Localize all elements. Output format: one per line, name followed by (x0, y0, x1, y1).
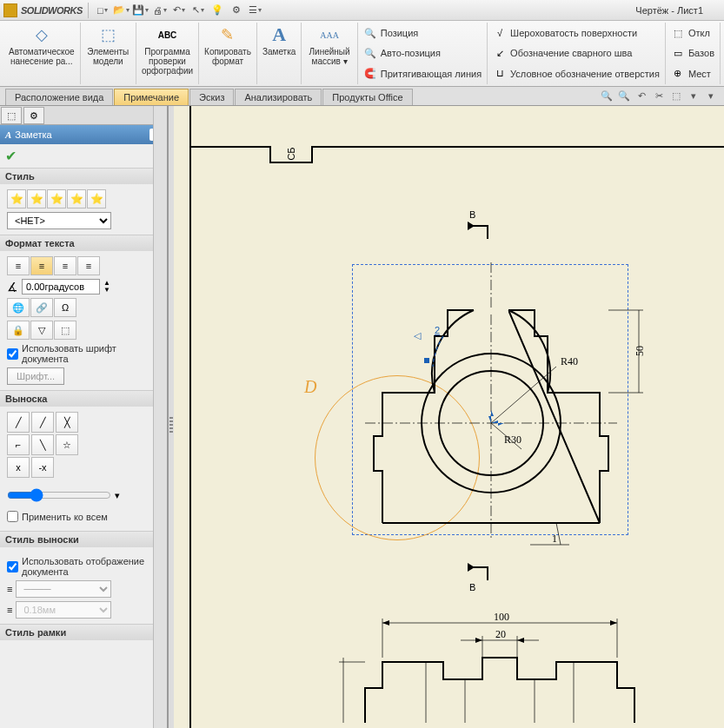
undo-button[interactable]: ↶▾ (170, 2, 188, 19)
panel-scrollbar[interactable] (153, 106, 167, 728)
ribbon-col-symbols: √Шероховатость поверхности ↙Обозначение … (488, 23, 666, 84)
angle-icon: ∡ (7, 280, 18, 294)
flag-button[interactable]: ▽ (30, 321, 53, 340)
fit-text-button[interactable]: 🌐 (7, 298, 30, 317)
copy-format-button[interactable]: ✎ Копировать формат (199, 23, 257, 84)
leader-3[interactable]: ╳ (56, 412, 78, 433)
position-button[interactable]: 🔍Позиция (362, 24, 483, 42)
save-button[interactable]: 💾▾ (132, 2, 149, 19)
style-fav-4[interactable]: ⭐ (67, 189, 86, 208)
svg-text:50: 50 (634, 346, 646, 356)
view-orient-icon[interactable]: ▾ (703, 88, 719, 103)
style-fav-1[interactable]: ⭐ (7, 189, 26, 208)
ribbon-col-position: 🔍Позиция 🔍Авто-позиция 🧲Притягивающая ли… (358, 23, 488, 84)
tab-view-layout[interactable]: Расположение вида (5, 89, 113, 105)
print-button[interactable]: 🖨▾ (151, 2, 169, 19)
model-items-button[interactable]: ⬚ Элементы модели (81, 23, 136, 84)
tab-analyze[interactable]: Анализировать (235, 89, 322, 105)
balloon-anchor[interactable] (424, 358, 429, 363)
quick-access-toolbar: □▾ 📂▾ 💾▾ 🖨▾ ↶▾ ↖▾ 💡 ⚙ ☰▾ (94, 2, 264, 19)
new-button[interactable]: □▾ (94, 2, 111, 19)
use-doc-font-checkbox[interactable]: Использовать шрифт документа (7, 343, 160, 364)
svg-text:1: 1 (552, 533, 557, 545)
balloon-2[interactable]: 2 (435, 323, 440, 337)
align-left-button[interactable]: ≡ (7, 256, 30, 275)
arrow-dropdown[interactable]: ▾ (115, 490, 120, 501)
loc-button[interactable]: ⊕Мест (669, 65, 716, 83)
lock-button[interactable]: 🔒 (7, 321, 30, 340)
svg-text:100: 100 (494, 611, 509, 623)
section-text-format-head[interactable]: Формат текста⌃ (0, 235, 167, 251)
style-fav-5[interactable]: ⭐ (87, 189, 106, 208)
section-text-format: Формат текста⌃ ≡ ≡ ≡ ≡ ∡ ▲▼ 🌐 🔗 Ω (0, 235, 167, 390)
leader-7[interactable]: x (7, 457, 30, 478)
properties-button[interactable]: ☰▾ (247, 2, 264, 19)
leader-5[interactable]: ╲ (31, 434, 54, 455)
autoposition-button[interactable]: 🔍Авто-позиция (362, 44, 483, 62)
weld-symbol-button[interactable]: ↙Обозначение сварного шва (491, 44, 661, 62)
section-style: Стиль⌃ ⭐ ⭐ ⭐ ⭐ ⭐ <НЕТ> (0, 168, 167, 235)
leader-6[interactable]: ☆ (56, 434, 78, 455)
section-icon[interactable]: ✂ (651, 88, 667, 103)
base-button[interactable]: ▭Базов (669, 44, 716, 62)
note-button[interactable]: A Заметка (257, 23, 302, 84)
panel-tab-feature[interactable]: ⬚ (1, 107, 22, 124)
tab-annotation[interactable]: Примечание (114, 89, 189, 105)
panel-tab-options[interactable]: ⚙ (23, 107, 44, 124)
panel-header: A Заметка ? (0, 125, 167, 144)
angle-input[interactable] (22, 279, 100, 295)
dev-flag-button[interactable]: ⬚Откл (669, 24, 716, 42)
tab-office[interactable]: Продукты Office (322, 89, 412, 105)
hole-symbol-button[interactable]: ⊔Условное обозначение отверстия (491, 65, 661, 83)
section-frame-style-head[interactable]: Стиль рамки⌃ (0, 625, 167, 640)
align-right-button[interactable]: ≡ (54, 256, 76, 275)
svg-marker-23 (610, 620, 617, 625)
linear-pattern-button[interactable]: AAA Линейный массив ▾ (302, 23, 357, 84)
hide-show-icon[interactable]: ▾ (686, 88, 701, 103)
line-style-icon: ≡ (7, 584, 12, 594)
zoom-area-icon[interactable]: 🔍 (616, 88, 632, 103)
main-area: ⬚ ⚙ A Заметка ? ✔ Стиль⌃ ⭐ ⭐ ⭐ ⭐ ⭐ (0, 106, 724, 728)
tab-sketch[interactable]: Эскиз (189, 89, 234, 105)
options-button[interactable]: ⚙ (228, 2, 245, 19)
link-button[interactable]: 🔗 (30, 298, 53, 317)
font-button[interactable]: Шрифт... (7, 367, 64, 385)
spinner-icon[interactable]: ▲▼ (103, 280, 110, 294)
drawing-canvas[interactable]: СБ В В D (174, 106, 724, 728)
detail-label-d: D (304, 377, 316, 397)
align-center-button[interactable]: ≡ (30, 256, 53, 275)
ok-button[interactable]: ✔ (5, 149, 17, 163)
leader-8[interactable]: -x (31, 457, 54, 478)
section-leader-head[interactable]: Выноска⌃ (0, 391, 167, 407)
drawing-view-bottom: 100 20 (339, 610, 669, 723)
svg-text:20: 20 (495, 628, 506, 640)
auto-dimension-button[interactable]: ◇ Автоматическое нанесение ра... (3, 23, 81, 84)
apply-all-checkbox[interactable]: Применить ко всем (7, 511, 160, 522)
select-button[interactable]: ↖▾ (189, 2, 207, 19)
property-panel: ⬚ ⚙ A Заметка ? ✔ Стиль⌃ ⭐ ⭐ ⭐ ⭐ ⭐ (0, 106, 169, 728)
leader-1[interactable]: ╱ (7, 412, 30, 433)
style-fav-2[interactable]: ⭐ (27, 189, 46, 208)
arrow-slider[interactable] (7, 488, 111, 502)
style-fav-3[interactable]: ⭐ (47, 189, 66, 208)
line-weight-select[interactable]: 0.18мм (16, 601, 111, 619)
align-justify-button[interactable]: ≡ (77, 256, 100, 275)
leader-2[interactable]: ╱ (31, 412, 54, 433)
magnetic-line-button[interactable]: 🧲Притягивающая линия (362, 65, 483, 83)
inspect-button[interactable]: ⬚ (54, 321, 76, 340)
spellcheck-button[interactable]: ABC Программа проверки орфографии (136, 23, 199, 84)
zoom-fit-icon[interactable]: 🔍 (599, 88, 614, 103)
style-select[interactable]: <НЕТ> (7, 212, 111, 229)
rebuild-button[interactable]: 💡 (209, 2, 226, 19)
symbol-button[interactable]: Ω (54, 298, 76, 317)
line-style-select[interactable]: ──── (16, 580, 111, 598)
section-style-head[interactable]: Стиль⌃ (0, 169, 167, 184)
prev-view-icon[interactable]: ↶ (634, 88, 649, 103)
surface-roughness-button[interactable]: √Шероховатость поверхности (491, 24, 661, 42)
use-doc-display-checkbox[interactable]: Использовать отображение документа (7, 556, 160, 577)
open-button[interactable]: 📂▾ (113, 2, 130, 19)
balloon-arrow-icon: ◁ (414, 330, 421, 341)
display-style-icon[interactable]: ⬚ (668, 88, 684, 103)
section-leader-style-head[interactable]: Стиль выноски⌃ (0, 532, 167, 547)
leader-4[interactable]: ⌐ (7, 434, 30, 455)
